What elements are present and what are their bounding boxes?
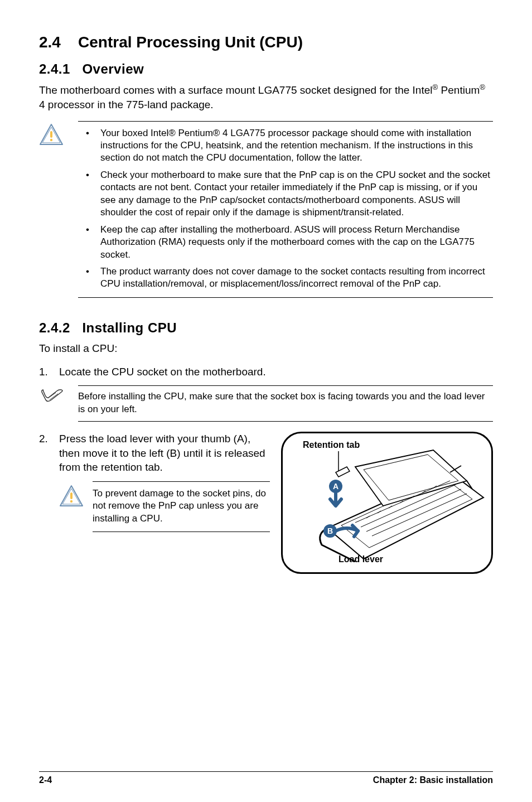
caution-content-2: To prevent damage to the socket pins, do… [93,481,270,532]
svg-rect-2 [50,131,52,138]
intro-pre: The motherboard comes with a surface mou… [39,84,433,96]
caution-item: Check your motherboard to make sure that… [91,169,493,219]
overview-intro: The motherboard comes with a surface mou… [39,83,493,112]
note-block: Before installing the CPU, make sure tha… [39,385,493,422]
note-icon [39,385,78,407]
step-number: 1. [39,365,59,379]
step-text: Locate the CPU socket on the motherboard… [59,365,493,379]
caution-content-1: Your boxed Intel® Pentium® 4 LGA775 proc… [78,121,493,298]
socket-svg: A B [283,433,493,574]
intro-post: 4 processor in the 775-land package. [39,99,214,110]
svg-line-5 [50,394,58,400]
caution-block-1: Your boxed Intel® Pentium® 4 LGA775 proc… [39,121,493,298]
page-number: 2-4 [39,775,52,785]
subsection-install-title: 2.4.2 Installing CPU [39,320,493,336]
section-title-text: Central Processing Unit (CPU) [78,33,303,51]
diagram-label-retention-tab: Retention tab [303,440,360,450]
subsection-overview-title: 2.4.1 Overview [39,61,493,77]
note-content: Before installing the CPU, make sure tha… [78,385,493,422]
section-number: 2.4 [39,33,61,51]
step-text: Press the load lever with your thumb (A)… [59,432,270,475]
reg-mark: ® [433,83,438,91]
subsection-number: 2.4.1 [39,61,70,76]
caution-item: Keep the cap after installing the mother… [91,224,493,261]
caution-item: The product warranty does not cover dama… [91,265,493,291]
subsection-number: 2.4.2 [39,320,70,335]
diagram-label-load-lever: Load lever [338,554,383,564]
svg-point-3 [50,138,52,141]
caution-item: Your boxed Intel® Pentium® 4 LGA775 proc… [91,127,493,165]
step-1: 1. Locate the CPU socket on the motherbo… [39,365,493,379]
marker-a: A [333,482,338,491]
install-intro: To install a CPU: [39,341,493,356]
subsection-title-text: Overview [82,61,144,76]
subsection-title-text: Installing CPU [82,320,177,335]
socket-diagram: Retention tab Load lever [281,432,493,574]
svg-rect-8 [70,492,72,499]
intro-mid: Pentium [438,84,480,96]
chapter-label: Chapter 2: Basic installation [373,775,493,785]
step-2: 2. Press the load lever with your thumb … [39,432,270,475]
section-title: 2.4 Central Processing Unit (CPU) [39,33,493,51]
caution-icon [39,121,78,148]
caution-icon [59,481,93,509]
reg-mark: ® [480,83,485,91]
svg-point-9 [70,500,72,503]
marker-b: B [327,526,333,535]
step-number: 2. [39,432,59,475]
caution-block-2: To prevent damage to the socket pins, do… [59,481,270,532]
page-footer: 2-4 Chapter 2: Basic installation [39,771,493,785]
